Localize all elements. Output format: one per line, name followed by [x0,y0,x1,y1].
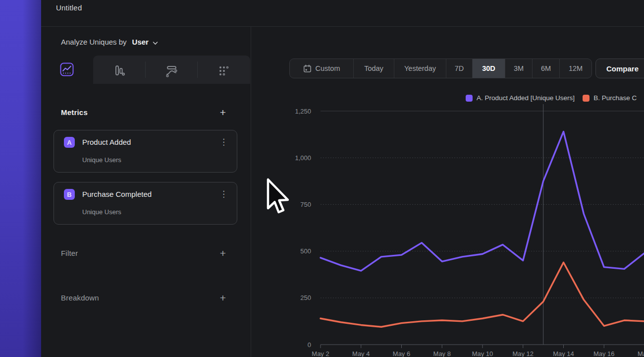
grid-dots-icon [216,64,230,78]
x-tick-label: May 10 [472,350,493,357]
report-title[interactable]: Untitled [56,3,82,12]
kebab-menu-icon[interactable]: ⋮ [219,189,228,200]
tab-line-chart[interactable] [60,62,74,76]
series-line[interactable] [321,131,644,271]
series-line[interactable] [321,262,644,327]
y-tick-label: 500 [300,247,311,255]
app-window: { "window": { "title": "Untitled" }, "si… [0,0,644,357]
header-divider [41,26,644,27]
tab-divider [145,61,146,78]
y-tick-label: 250 [300,294,311,301]
kebab-menu-icon[interactable]: ⋮ [219,137,228,148]
tab-divider [197,61,198,78]
chart-canvas[interactable]: 02505007501,0001,250May 2May 4May 6May 8… [251,27,644,357]
x-tick-label: May 12 [512,350,534,357]
nav-gradient-rail [0,0,41,357]
x-tick-label: May 6 [393,350,410,357]
y-tick-label: 0 [308,341,311,349]
metric-name[interactable]: Product Added [82,138,131,146]
tab-flows[interactable] [164,63,179,78]
filter-section-title: Filter [61,249,78,257]
metrics-section-title: Metrics [61,108,88,117]
metric-badge: A [64,137,75,148]
metric-aggregation[interactable]: Unique Users [82,208,121,216]
add-metric-button[interactable]: + [218,108,228,118]
x-tick-label: May 16 [593,350,615,357]
metric-name[interactable]: Purchase Completed [82,190,152,198]
y-tick-label: 750 [300,201,311,208]
tab-grid-dots[interactable] [216,63,231,78]
analyze-label: Analyze Uniques by [61,38,127,46]
x-tick-label: May 4 [352,350,370,357]
line-chart-icon [60,62,74,76]
x-tick-label: May 2 [312,350,329,357]
add-breakdown-button[interactable]: + [218,293,228,303]
metric-aggregation[interactable]: Unique Users [82,156,121,164]
x-tick-label: May 14 [553,350,574,357]
metric-card-b[interactable]: B Purchase Completed Unique Users ⋮ [54,182,237,225]
add-filter-button[interactable]: + [218,248,228,258]
x-tick-label: Ma [638,350,644,357]
metric-badge: B [64,189,75,200]
bar-chart-icon [112,64,126,78]
metric-card-a[interactable]: A Product Added Unique Users ⋮ [54,130,237,173]
y-tick-label: 1,000 [295,154,311,162]
cursor-arrow-icon [264,178,291,220]
tab-bar-chart[interactable] [111,63,126,78]
mouse-cursor [264,178,291,222]
flows-icon [164,64,178,78]
x-tick-label: May 8 [433,350,451,357]
y-tick-label: 1,250 [295,108,311,115]
analyze-value[interactable]: User [132,38,149,46]
breakdown-section-title: Breakdown [61,294,99,302]
analyze-uniques-control[interactable]: Analyze Uniques by User [61,37,158,47]
chevron-down-icon [153,38,158,47]
